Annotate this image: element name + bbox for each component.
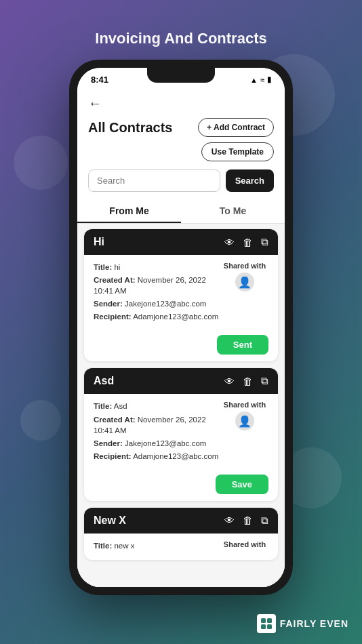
logo-text: FAIRLY EVEN <box>280 618 348 629</box>
contract-card-asd: Asd 👁 🗑 ⧉ Title: Asd <box>84 368 278 500</box>
use-template-button[interactable]: Use Template <box>201 142 274 161</box>
svg-rect-3 <box>267 624 272 629</box>
svg-rect-2 <box>261 624 266 629</box>
signal-icon: ▲ <box>250 76 258 84</box>
back-button[interactable]: ← <box>88 96 102 110</box>
card-actions-hi: 👁 🗑 ⧉ <box>224 236 268 248</box>
delete-icon-hi[interactable]: 🗑 <box>243 237 253 248</box>
copy-icon-hi[interactable]: ⧉ <box>261 236 268 248</box>
card-actions-newx: 👁 🗑 ⧉ <box>224 515 268 527</box>
tab-to-me[interactable]: To Me <box>181 199 285 223</box>
contract-card-newx: New X 👁 🗑 ⧉ Title: new x <box>84 508 278 560</box>
svg-rect-0 <box>261 618 266 623</box>
phone-screen: 8:41 ▲ ≈ ▮ ← All Contracts + Add Contrac… <box>77 68 285 587</box>
detail-sender-asd: Sender: Jakejone123@abc.com <box>94 438 221 449</box>
card-actions-asd: 👁 🗑 ⧉ <box>224 375 268 387</box>
shared-section-newx: Shared with <box>221 540 268 548</box>
use-template-row: Use Template <box>77 142 285 167</box>
detail-sender-hi: Sender: Jakejone123@abc.com <box>94 298 221 309</box>
phone-notch <box>147 68 215 83</box>
view-icon-asd[interactable]: 👁 <box>224 376 235 387</box>
search-row: Search <box>77 167 285 199</box>
copy-icon-newx[interactable]: ⧉ <box>261 515 268 527</box>
card-body-hi: Title: hi Created At: November 26, 2022 … <box>84 255 278 331</box>
card-header-newx: New X 👁 🗑 ⧉ <box>84 508 278 534</box>
status-icons: ▲ ≈ ▮ <box>250 75 271 84</box>
card-body-newx: Title: new x Shared with <box>84 534 278 560</box>
avatar-asd: 👤 <box>235 411 254 430</box>
back-bar: ← <box>77 89 285 115</box>
save-button-asd[interactable]: Save <box>216 475 268 494</box>
logo-bar: FAIRLY EVEN <box>257 614 348 633</box>
detail-created-hi: Created At: November 26, 2022 10:41 AM <box>94 275 221 296</box>
card-details-newx: Title: new x <box>94 540 221 553</box>
card-title-newx: New X <box>94 515 126 527</box>
card-body-asd: Title: Asd Created At: November 26, 2022… <box>84 394 278 470</box>
view-icon-newx[interactable]: 👁 <box>224 515 235 526</box>
copy-icon-asd[interactable]: ⧉ <box>261 375 268 387</box>
battery-icon: ▮ <box>267 75 271 84</box>
search-input[interactable] <box>88 169 220 192</box>
detail-created-asd: Created At: November 26, 2022 10:41 AM <box>94 414 221 436</box>
wifi-icon: ≈ <box>260 76 264 84</box>
add-contract-button[interactable]: + Add Contract <box>198 118 274 137</box>
page-title: Invoicing And Contracts <box>95 30 266 47</box>
contract-card-hi: Hi 👁 🗑 ⧉ Title: hi <box>84 229 278 361</box>
tabs-row: From Me To Me <box>77 199 285 224</box>
status-time: 8:41 <box>91 75 108 85</box>
tab-from-me[interactable]: From Me <box>77 199 181 223</box>
all-contracts-title: All Contracts <box>88 120 172 136</box>
card-title-asd: Asd <box>94 375 114 387</box>
detail-title-hi: Title: hi <box>94 262 221 273</box>
shared-section-asd: Shared with 👤 <box>221 401 268 430</box>
card-title-hi: Hi <box>94 236 104 248</box>
shared-section-hi: Shared with 👤 <box>221 262 268 291</box>
card-footer-asd: Save <box>84 470 278 501</box>
sent-button-hi[interactable]: Sent <box>217 335 268 355</box>
svg-rect-1 <box>267 618 272 623</box>
search-button[interactable]: Search <box>226 169 274 192</box>
card-details-hi: Title: hi Created At: November 26, 2022 … <box>94 262 221 324</box>
delete-icon-newx[interactable]: 🗑 <box>243 515 253 526</box>
detail-title-newx: Title: new x <box>94 540 221 551</box>
card-footer-hi: Sent <box>84 331 278 361</box>
view-icon-hi[interactable]: 👁 <box>224 237 235 248</box>
detail-recipient-hi: Recipient: Adamjone123@abc.com <box>94 311 221 322</box>
card-header-hi: Hi 👁 🗑 ⧉ <box>84 229 278 255</box>
card-header-asd: Asd 👁 🗑 ⧉ <box>84 368 278 394</box>
bg-decoration-4 <box>20 400 61 441</box>
detail-title-asd: Title: Asd <box>94 401 221 411</box>
delete-icon-asd[interactable]: 🗑 <box>243 376 253 387</box>
bg-decoration-2 <box>14 136 68 190</box>
header-row: All Contracts + Add Contract <box>77 115 285 142</box>
phone-frame: 8:41 ▲ ≈ ▮ ← All Contracts + Add Contrac… <box>69 60 293 595</box>
logo-icon <box>257 614 276 633</box>
card-details-asd: Title: Asd Created At: November 26, 2022… <box>94 401 221 463</box>
detail-recipient-asd: Recipient: Adamjone123@abc.com <box>94 451 221 462</box>
app-content: ← All Contracts + Add Contract Use Templ… <box>77 89 285 587</box>
avatar-hi: 👤 <box>235 273 254 291</box>
contracts-list: Hi 👁 🗑 ⧉ Title: hi <box>77 224 285 587</box>
